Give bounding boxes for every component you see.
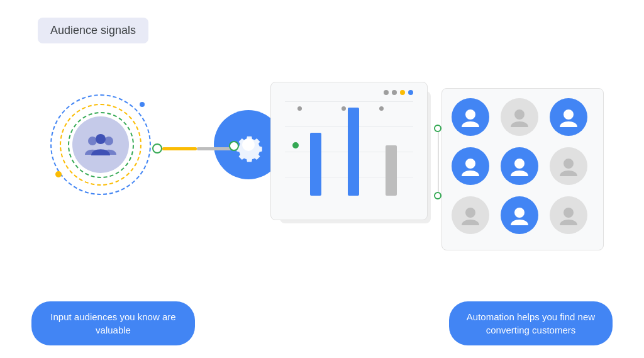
main-diagram	[19, 76, 623, 264]
svg-point-9	[465, 208, 475, 218]
page-title: Audience signals	[50, 24, 136, 36]
audience-circle-section	[50, 94, 151, 195]
svg-point-7	[514, 159, 525, 169]
bottom-labels: Input audiences you know are valuable Au…	[0, 301, 644, 345]
avatar-icon-1	[459, 106, 482, 128]
left-label-text: Input audiences you know are valuable	[50, 311, 175, 335]
bar-3	[386, 145, 397, 196]
avatar-icon-7	[459, 204, 482, 227]
connector-gray-line	[197, 147, 231, 150]
avatar-8	[501, 196, 538, 234]
guide-line-1	[285, 101, 413, 102]
right-label-pill: Automation helps you find new converting…	[449, 301, 613, 345]
page-container: Audience signals	[0, 0, 644, 358]
avatar-icon-6	[557, 155, 580, 177]
right-corner-dot-top	[434, 125, 441, 132]
svg-point-0	[88, 137, 97, 145]
avatar-2	[501, 98, 538, 136]
connector-open-circle-left	[152, 143, 162, 154]
chart-green-dot	[292, 142, 299, 148]
avatar-5	[501, 147, 538, 185]
avatar-3	[550, 98, 587, 136]
svg-point-10	[514, 208, 525, 218]
dash-dot-blue	[408, 90, 413, 95]
chart-area	[279, 101, 419, 202]
chart-dot-2	[341, 106, 346, 111]
avatar-9	[550, 196, 587, 234]
dash-dot-2	[392, 90, 397, 95]
dashboard-panel	[270, 82, 428, 220]
avatar-icon-8	[508, 204, 531, 227]
dash-dot-1	[384, 90, 389, 95]
title-badge: Audience signals	[38, 18, 148, 43]
avatar-4	[452, 147, 489, 185]
connector-open-circle-right	[229, 141, 239, 151]
svg-point-8	[564, 159, 574, 169]
people-icon	[85, 133, 116, 157]
right-corner-dot-bottom	[434, 192, 441, 199]
blue-ring-dot	[140, 102, 145, 107]
left-label-pill: Input audiences you know are valuable	[31, 301, 195, 345]
avatar-icon-2	[508, 106, 531, 128]
svg-point-4	[514, 109, 525, 120]
avatar-7	[452, 196, 489, 234]
connector-yellow-line	[162, 147, 197, 150]
svg-point-5	[564, 109, 574, 120]
audience-inner-circle	[72, 116, 129, 173]
dash-dot-yellow	[400, 90, 405, 95]
avatar-1	[452, 98, 489, 136]
bar-2	[348, 108, 359, 196]
avatar-icon-3	[557, 106, 580, 128]
avatar-icon-5	[508, 155, 531, 177]
svg-point-6	[465, 159, 475, 169]
bar-1	[310, 133, 321, 196]
right-label-text: Automation helps you find new converting…	[467, 311, 595, 335]
right-v-line	[438, 132, 439, 192]
svg-point-2	[96, 134, 106, 144]
left-connector	[152, 143, 231, 154]
svg-point-11	[564, 208, 574, 218]
avatar-6	[550, 147, 587, 185]
svg-point-3	[465, 109, 475, 120]
yellow-ring-dot	[55, 171, 62, 177]
audience-circle-outer	[50, 94, 151, 195]
dashboard-section	[270, 82, 434, 233]
svg-point-1	[104, 137, 113, 145]
chart-dot-1	[297, 106, 302, 111]
avatar-icon-4	[459, 155, 482, 177]
dashboard-dots	[279, 90, 419, 95]
audience-grid	[441, 88, 604, 250]
avatar-icon-9	[557, 204, 580, 227]
audience-grid-section	[441, 88, 604, 250]
chart-dot-3	[379, 106, 384, 111]
